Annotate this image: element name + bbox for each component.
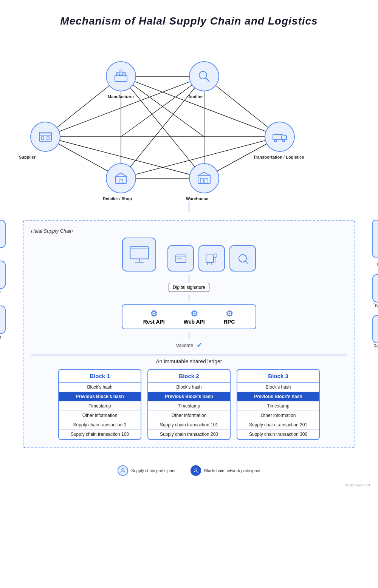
legend-icon-blockchain (191, 465, 201, 476)
svg-point-80 (195, 469, 197, 471)
svg-rect-71 (176, 255, 186, 262)
block-2-row-3: Other information (148, 411, 230, 420)
node-shop (106, 163, 136, 193)
svg-line-78 (245, 261, 248, 264)
mobile-app-node (372, 220, 378, 258)
web-api-label: Web API (184, 319, 205, 325)
svg-marker-32 (281, 134, 287, 140)
svg-point-34 (282, 139, 285, 142)
iot-device-label: IoT Device (0, 249, 0, 253)
node-supplier (30, 122, 60, 152)
automated-system-label: Automated System (0, 290, 6, 298)
blocks-row: Block 1 Block's hash Previous Block's ha… (31, 369, 347, 440)
platform-section: Halal Supply Chain (23, 220, 355, 448)
validate-checkmark-icon: ✔ (197, 341, 202, 349)
ledger-label: An immutable shared ledger (31, 355, 347, 364)
platform-inner: Digital signature ⚙ Rest API ⚙ Web API ⚙ (31, 238, 347, 440)
network-diagram: Manufacturer Auditor Supplier (0, 39, 378, 201)
left-side-nodes: IoT Device Automated System (0, 220, 6, 343)
block-1-row-1: Previous Block's hash (59, 392, 141, 401)
watermark: Blockchain in IoT (0, 480, 378, 489)
block-1-title: Block 1 (59, 370, 141, 383)
legend-label-2: Blockchain network participant (204, 468, 260, 473)
accounting-system-label: Accounting System (0, 335, 6, 343)
svg-rect-17 (115, 76, 127, 82)
block-1-row-4: Supply chain transaction 1 (59, 420, 141, 430)
block-3-row-1: Previous Block's hash (237, 392, 319, 401)
node-retailer (265, 122, 295, 152)
truck-right-node (372, 274, 378, 302)
block-2-row-4: Supply chain transaction 101 (148, 420, 230, 430)
block-1-row-2: Timestamp (59, 401, 141, 411)
block-2-row-1: Previous Block's hash (148, 392, 230, 401)
svg-point-75 (213, 254, 217, 258)
rest-api-item: ⚙ Rest API (134, 309, 174, 325)
v-connector-top (189, 201, 189, 212)
rest-api-gear-icon: ⚙ (150, 309, 158, 319)
block-2-row-5: Supply chain transaction 200 (148, 430, 230, 439)
block-2-row-2: Timestamp (148, 401, 230, 411)
accounting-system-item: Accounting System (0, 306, 6, 343)
mobile-app-item: Consumer Mobile App (372, 220, 378, 267)
mobile-app-label: Consumer Mobile App (372, 258, 378, 267)
small-node-3 (229, 245, 256, 272)
small-node-1 (167, 245, 194, 272)
validate-row: Validate ✔ (176, 341, 202, 349)
svg-line-25 (206, 78, 209, 82)
label-supplier: Supplier (19, 155, 36, 159)
svg-rect-67 (130, 246, 148, 259)
legend-icon-participant (118, 465, 128, 476)
digital-signature-box: Digital signature (169, 283, 209, 292)
svg-point-79 (122, 468, 124, 471)
api-row (122, 238, 256, 272)
api-interfaces-box: ⚙ Rest API ⚙ Web API ⚙ RPC (122, 304, 257, 329)
validate-label: Validate (176, 343, 193, 348)
web-api-gear-icon: ⚙ (191, 309, 198, 319)
accounting-system-node (0, 306, 6, 334)
v-connector-2 (189, 295, 189, 301)
block-3-row-4: Supply chain transaction 201 (237, 420, 319, 430)
v-connector-1 (189, 275, 189, 283)
svg-rect-31 (273, 134, 281, 140)
svg-point-33 (274, 139, 277, 142)
rpc-gear-icon: ⚙ (226, 309, 233, 319)
truck-right-item: Truck / Logistics (372, 274, 378, 307)
block-3-row-5: Supply chain transaction 300 (237, 430, 319, 439)
retailer-device-node (372, 315, 378, 343)
platform-label: Halal Supply Chain (31, 228, 347, 234)
node-manufacturer (106, 61, 136, 91)
legend-label-1: Supply chain participant (131, 468, 175, 473)
right-side-nodes: Consumer Mobile App Truck / Logistics (372, 220, 378, 348)
bottom-legend: Supply chain participant Blockchain netw… (110, 461, 268, 480)
svg-rect-26 (39, 132, 51, 141)
label-manufacturer: Manufacturer (108, 94, 134, 99)
block-2-row-0: Block's hash (148, 383, 230, 392)
rest-api-label: Rest API (143, 319, 165, 325)
automated-system-item: Automated System (0, 261, 6, 298)
svg-point-22 (120, 70, 122, 72)
iot-device-item: IoT Device (0, 220, 6, 253)
block-3-card: Block 3 Block's hash Previous Block's ha… (237, 369, 320, 440)
legend-item-2: Blockchain network participant (191, 465, 260, 476)
automated-system-node (0, 261, 6, 289)
block-1-row-3: Other information (59, 411, 141, 420)
rpc-label: RPC (224, 319, 235, 325)
node-auditor (189, 61, 219, 91)
page-title: Mechanism of Halal Supply Chain and Logi… (60, 0, 318, 35)
block-2-card: Block 2 Block's hash Previous Block's ha… (147, 369, 231, 440)
label-shop: Retailer / Shop (103, 196, 132, 201)
label-retailer: Transportation / Logistics (253, 155, 291, 159)
small-node-2 (198, 245, 225, 272)
monitor-node (122, 238, 156, 272)
block-3-title: Block 3 (237, 370, 319, 383)
block-2-title: Block 2 (148, 370, 230, 383)
platform-wrapper: IoT Device Automated System (23, 212, 355, 456)
label-warehouse: Warehouse (186, 196, 208, 201)
retailer-device-label: Retailer Device (374, 344, 378, 348)
label-auditor: Auditor (188, 94, 203, 99)
web-api-item: ⚙ Web API (174, 309, 214, 325)
truck-right-label: Truck / Logistics (373, 303, 378, 307)
retailer-device-item: Retailer Device (372, 315, 378, 348)
node-warehouse (189, 163, 219, 193)
iot-device-node (0, 220, 6, 248)
